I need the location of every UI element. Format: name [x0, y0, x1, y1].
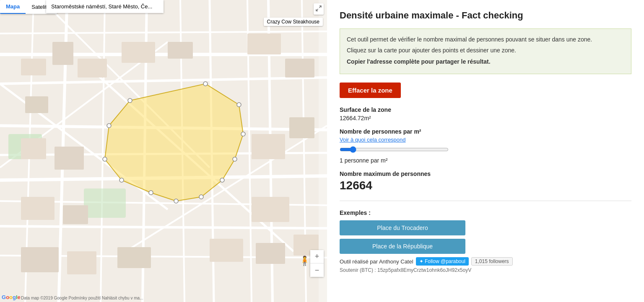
svg-line-61	[319, 6, 321, 8]
section-divider	[340, 201, 631, 201]
svg-point-33	[199, 195, 203, 199]
svg-point-35	[149, 191, 153, 195]
info-line2: Cliquez sur la carte pour ajouter des po…	[347, 46, 624, 55]
exemples-label: Exemples :	[340, 209, 631, 216]
info-line1: Cet outil permet de vérifier le nombre m…	[347, 35, 624, 44]
svg-point-30	[241, 132, 245, 136]
google-logo: Google	[2, 294, 21, 300]
clear-zone-button[interactable]: Effacer la zone	[340, 83, 401, 98]
max-persons-value: 12664	[340, 179, 631, 192]
place-republique-button[interactable]: Place de la République	[340, 239, 465, 254]
map-search-input[interactable]	[46, 0, 164, 13]
map-search-container	[46, 0, 164, 13]
tab-mapa[interactable]: Mapa	[0, 0, 26, 14]
poi-crazy-cow: Crazy Cow Steakhouse	[264, 18, 323, 26]
btc-line: Soutenir (BTC) : 15zp5pafx8EmyCrztw1ohnk…	[340, 267, 631, 273]
voir-link[interactable]: Voir à quoi cela correspond	[340, 137, 631, 143]
svg-rect-25	[84, 188, 126, 218]
svg-rect-57	[210, 239, 243, 262]
svg-rect-50	[289, 117, 314, 138]
svg-rect-39	[21, 59, 46, 75]
svg-rect-43	[122, 42, 155, 63]
svg-rect-42	[25, 96, 48, 113]
svg-point-29	[237, 103, 241, 107]
place-trocadero-button[interactable]: Place du Trocadero	[340, 220, 465, 235]
svg-point-34	[174, 199, 178, 203]
street-view-person[interactable]: 🧍	[299, 256, 310, 266]
svg-point-36	[119, 178, 124, 182]
svg-rect-56	[117, 247, 151, 268]
zoom-in-button[interactable]: +	[310, 250, 324, 263]
svg-rect-53	[252, 197, 289, 222]
per-m2-text: 1 personne par m²	[340, 157, 631, 164]
svg-rect-54	[21, 247, 59, 272]
surface-label: Surface de la zone	[340, 106, 631, 113]
svg-rect-46	[285, 59, 314, 77]
followers-badge: 1,015 followers	[471, 257, 513, 266]
svg-point-38	[107, 124, 111, 128]
density-slider-container	[340, 146, 631, 155]
svg-rect-45	[247, 34, 281, 54]
map-fullscreen-button[interactable]	[314, 3, 324, 15]
svg-point-31	[233, 157, 237, 161]
svg-rect-47	[21, 138, 46, 159]
svg-rect-41	[78, 59, 107, 77]
svg-rect-51	[21, 197, 55, 220]
twitter-follow-button[interactable]: ✦ Follow @paraboul	[416, 257, 469, 266]
svg-rect-55	[67, 251, 96, 274]
page-title: Densité urbaine maximale - Fact checking	[340, 10, 631, 21]
map-background	[0, 0, 327, 302]
svg-rect-52	[63, 205, 88, 224]
map-data-credit: Data map ©2019 Google Podmínky použití N…	[21, 296, 143, 300]
info-line3: Copier l'adresse complète pour partager …	[347, 57, 624, 66]
svg-line-62	[316, 9, 318, 11]
max-persons-label: Nombre maximum de personnes	[340, 170, 631, 177]
svg-point-37	[103, 157, 107, 161]
svg-point-28	[203, 82, 208, 86]
density-slider[interactable]	[340, 146, 449, 153]
info-box: Cet outil permet de vérifier le nombre m…	[340, 28, 631, 74]
svg-point-27	[128, 98, 132, 103]
svg-point-32	[220, 178, 224, 182]
right-panel: Densité urbaine maximale - Fact checking…	[327, 0, 644, 302]
svg-rect-49	[252, 134, 285, 159]
svg-rect-40	[52, 42, 73, 65]
map-zoom-controls: + −	[310, 250, 324, 277]
credit-line: Outil réalisé par Anthony Catel ✦ Follow…	[340, 257, 631, 266]
svg-rect-48	[55, 147, 84, 170]
credit-text: Outil réalisé par Anthony Catel	[340, 258, 413, 265]
zoom-out-button[interactable]: −	[310, 263, 324, 277]
persons-per-m2-label: Nombre de personnes par m²	[340, 128, 631, 135]
svg-rect-58	[256, 243, 285, 264]
svg-rect-44	[168, 42, 193, 59]
map-section: Mapa Satelitní Crazy Cow Steakhouse 🧍 + …	[0, 0, 327, 302]
surface-value: 12664.72m²	[340, 115, 631, 121]
